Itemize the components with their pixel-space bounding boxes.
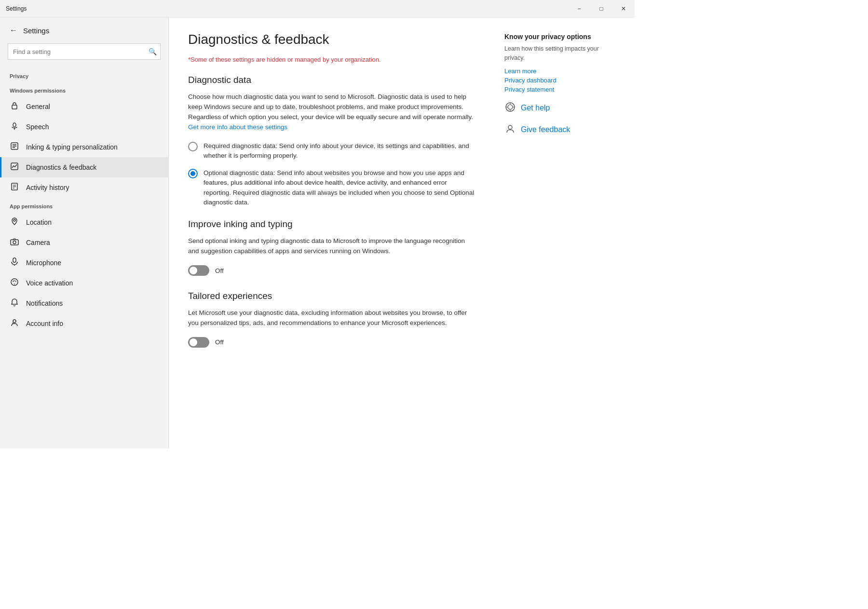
voice-icon <box>10 278 19 288</box>
sidebar-item-inking-label: Inking & typing personalization <box>26 143 118 151</box>
inking-toggle-thumb <box>190 267 197 274</box>
lock-icon <box>10 101 19 112</box>
org-notice: *Some of these settings are hidden or ma… <box>188 56 475 63</box>
get-help-icon <box>504 102 516 115</box>
sidebar-app-title: Settings <box>23 27 49 35</box>
section-inking-desc: Send optional inking and typing diagnost… <box>188 236 475 257</box>
privacy-section-label: Privacy <box>0 68 168 82</box>
svg-rect-13 <box>11 240 18 245</box>
sidebar-item-notifications-label: Notifications <box>26 299 63 307</box>
get-more-info-link[interactable]: Get more info about these settings <box>188 123 287 131</box>
app-body: ← Settings 🔍 Privacy Windows permissions… <box>0 17 635 448</box>
search-input[interactable] <box>8 43 161 60</box>
sidebar-item-location[interactable]: Location <box>0 212 168 232</box>
app-permissions-label: App permissions <box>0 198 168 212</box>
get-help-item[interactable]: Get help <box>504 102 610 115</box>
sidebar-item-location-label: Location <box>26 218 52 226</box>
sidebar-item-inking[interactable]: Inking & typing personalization <box>0 137 168 157</box>
titlebar: Settings − □ ✕ <box>0 0 635 17</box>
sidebar-item-voice[interactable]: Voice activation <box>0 273 168 293</box>
radio-required-circle[interactable] <box>188 142 198 151</box>
sidebar-search: 🔍 <box>8 43 161 60</box>
sidebar-item-general-label: General <box>26 103 50 110</box>
svg-point-12 <box>14 219 15 221</box>
privacy-statement-link[interactable]: Privacy statement <box>504 86 610 93</box>
sidebar-item-activity-label: Activity history <box>26 184 69 191</box>
sidebar-back-button[interactable]: ← Settings <box>0 17 168 40</box>
location-icon <box>10 217 19 228</box>
sidebar-item-camera[interactable]: Camera <box>0 232 168 253</box>
sidebar-item-speech[interactable]: Speech <box>0 117 168 137</box>
sidebar-item-notifications[interactable]: Notifications <box>0 293 168 313</box>
inking-icon <box>10 142 19 152</box>
inking-toggle-row: Off <box>188 265 475 276</box>
give-feedback-item[interactable]: Give feedback <box>504 123 610 136</box>
learn-more-link[interactable]: Learn more <box>504 68 610 75</box>
sidebar-item-diagnostics[interactable]: Diagnostics & feedback <box>0 157 168 177</box>
svg-point-22 <box>508 105 513 109</box>
notifications-icon <box>10 298 19 309</box>
svg-rect-15 <box>13 258 16 262</box>
activity-icon <box>10 182 19 193</box>
sidebar-item-voice-label: Voice activation <box>26 279 73 287</box>
get-help-link[interactable]: Get help <box>521 104 550 112</box>
radio-option-required[interactable]: Required diagnostic data: Send only info… <box>188 141 475 161</box>
svg-rect-0 <box>12 105 17 109</box>
give-feedback-icon <box>504 123 516 136</box>
tailored-toggle-label: Off <box>215 338 224 346</box>
section-diagnostic-data-desc: Choose how much diagnostic data you want… <box>188 92 475 133</box>
sidebar-item-diagnostics-label: Diagnostics & feedback <box>26 163 96 171</box>
sidebar-item-general[interactable]: General <box>0 96 168 117</box>
sidebar-item-account-info-label: Account info <box>26 320 63 327</box>
tailored-toggle[interactable] <box>188 337 209 348</box>
tailored-toggle-row: Off <box>188 337 475 348</box>
sidebar-item-camera-label: Camera <box>26 239 50 246</box>
give-feedback-link[interactable]: Give feedback <box>521 125 570 134</box>
section-tailored-title: Tailored experiences <box>188 291 475 301</box>
maximize-button[interactable]: □ <box>590 0 612 17</box>
windows-permissions-label: Windows permissions <box>0 82 168 96</box>
titlebar-controls: − □ ✕ <box>568 0 635 17</box>
microphone-icon <box>10 257 19 268</box>
aside-desc: Learn how this setting impacts your priv… <box>504 44 610 63</box>
account-info-icon <box>10 318 19 329</box>
sidebar: ← Settings 🔍 Privacy Windows permissions… <box>0 17 169 448</box>
svg-point-14 <box>13 241 16 244</box>
back-arrow-icon: ← <box>10 26 17 35</box>
radio-option-optional[interactable]: Optional diagnostic data: Send info abou… <box>188 168 475 207</box>
section-inking-title: Improve inking and typing <box>188 219 475 230</box>
svg-point-27 <box>508 125 512 129</box>
camera-icon <box>10 237 19 248</box>
section-diagnostic-data-title: Diagnostic data <box>188 75 475 85</box>
page-title: Diagnostics & feedback <box>188 32 475 47</box>
titlebar-title: Settings <box>6 5 27 12</box>
minimize-button[interactable]: − <box>568 0 590 17</box>
sidebar-item-speech-label: Speech <box>26 123 49 131</box>
content-area: Diagnostics & feedback *Some of these se… <box>169 17 635 448</box>
inking-toggle-label: Off <box>215 267 224 274</box>
content-aside: Know your privacy options Learn how this… <box>504 32 610 429</box>
close-button[interactable]: ✕ <box>612 0 635 17</box>
radio-required-label: Required diagnostic data: Send only info… <box>203 141 475 161</box>
svg-point-1 <box>13 123 16 127</box>
sidebar-item-activity[interactable]: Activity history <box>0 177 168 198</box>
privacy-dashboard-link[interactable]: Privacy dashboard <box>504 77 610 84</box>
speech-icon <box>10 122 19 132</box>
tailored-toggle-thumb <box>190 338 197 346</box>
inking-toggle[interactable] <box>188 265 209 276</box>
sidebar-item-microphone-label: Microphone <box>26 259 61 267</box>
aside-title: Know your privacy options <box>504 33 610 41</box>
radio-optional-label: Optional diagnostic data: Send info abou… <box>203 168 475 207</box>
diagnostic-radio-group: Required diagnostic data: Send only info… <box>188 141 475 208</box>
svg-point-19 <box>13 320 16 323</box>
content-main: Diagnostics & feedback *Some of these se… <box>188 32 475 429</box>
radio-optional-circle[interactable] <box>188 169 198 178</box>
sidebar-item-microphone[interactable]: Microphone <box>0 253 168 273</box>
diagnostics-icon <box>10 162 19 173</box>
section-tailored-desc: Let Microsoft use your diagnostic data, … <box>188 308 475 328</box>
sidebar-item-account-info[interactable]: Account info <box>0 313 168 334</box>
titlebar-left: Settings <box>6 5 27 12</box>
